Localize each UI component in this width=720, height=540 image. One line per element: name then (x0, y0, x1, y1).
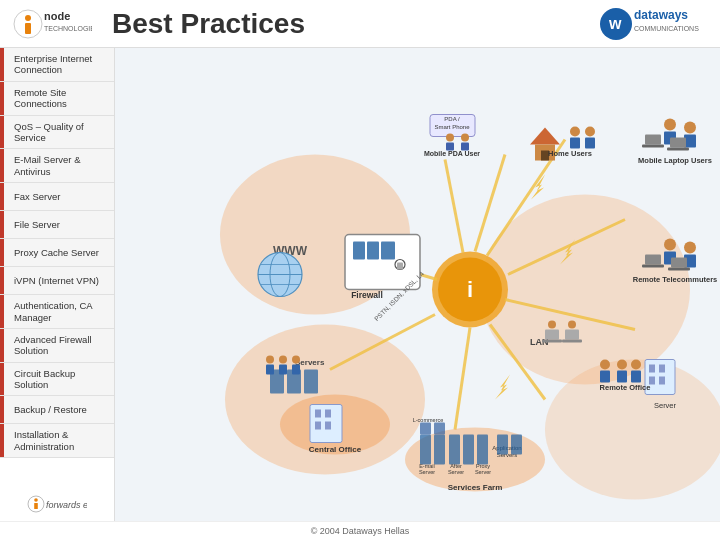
svg-rect-34 (353, 242, 365, 260)
svg-rect-135 (420, 423, 431, 435)
svg-text:forwards evolution: forwards evolution (46, 500, 87, 510)
sidebar-item-enterprise-internet[interactable]: Enterprise Internet Connection (0, 48, 114, 82)
sidebar-item-fax-server[interactable]: Fax Server (0, 183, 114, 211)
header: node TECHNOLOGIES Best Practices w dataw… (0, 0, 720, 48)
page-footer: © 2004 Dataways Hellas (0, 521, 720, 540)
svg-text:PDA /: PDA / (444, 116, 460, 122)
svg-rect-35 (367, 242, 379, 260)
svg-point-52 (461, 134, 469, 142)
sidebar-item-remote-site[interactable]: Remote Site Connections (0, 82, 114, 116)
svg-rect-74 (645, 255, 661, 265)
svg-rect-114 (325, 410, 331, 418)
svg-point-86 (548, 321, 556, 329)
svg-point-67 (684, 122, 696, 134)
svg-rect-36 (381, 242, 395, 260)
svg-rect-78 (671, 258, 687, 268)
sidebar-item-ivpn[interactable]: iVPN (Internet VPN) (0, 267, 114, 295)
sidebar-item-circuit-backup[interactable]: Circuit Backup Solution (0, 363, 114, 397)
svg-text:COMMUNICATIONS: COMMUNICATIONS (634, 25, 699, 32)
svg-line-21 (445, 160, 463, 253)
svg-text:L-commerce: L-commerce (413, 417, 444, 423)
svg-rect-108 (279, 365, 287, 375)
svg-rect-124 (463, 435, 474, 465)
svg-rect-127 (477, 435, 488, 465)
svg-text:Services Farm: Services Farm (448, 483, 503, 492)
network-diagram: i (115, 48, 720, 521)
svg-point-63 (664, 119, 676, 131)
svg-text:Central Office: Central Office (309, 445, 362, 454)
sidebar-inode-logo: forwards evolution (27, 493, 87, 515)
svg-rect-132 (497, 435, 508, 455)
diagram-container: i (115, 48, 720, 521)
svg-rect-61 (585, 138, 595, 149)
sidebar-item-qos[interactable]: QoS – Quality of Service (0, 116, 114, 150)
svg-rect-83 (542, 340, 562, 343)
svg-text:dataways: dataways (634, 8, 688, 22)
svg-point-94 (600, 360, 610, 370)
svg-line-27 (455, 328, 470, 430)
dataways-logo-icon: w dataways COMMUNICATIONS (598, 6, 708, 42)
svg-rect-97 (617, 371, 627, 383)
svg-rect-113 (315, 410, 321, 418)
inode-logo: node TECHNOLOGIES (12, 6, 92, 42)
svg-text:TECHNOLOGIES: TECHNOLOGIES (44, 25, 92, 32)
svg-point-87 (568, 321, 576, 329)
sidebar-item-auth-ca[interactable]: Authentication, CA Manager (0, 295, 114, 329)
svg-rect-75 (642, 265, 664, 268)
svg-point-98 (631, 360, 641, 370)
content-area: i (115, 48, 720, 521)
svg-marker-32 (495, 375, 510, 400)
svg-rect-116 (325, 422, 331, 430)
svg-text:Remote Telecommuters: Remote Telecommuters (633, 275, 717, 284)
svg-text:Home Users: Home Users (548, 149, 592, 158)
inode-logo-icon: node TECHNOLOGIES (12, 6, 92, 42)
svg-rect-82 (545, 330, 559, 340)
svg-rect-69 (670, 138, 686, 148)
svg-point-60 (585, 127, 595, 137)
svg-text:Firewall: Firewall (351, 290, 383, 300)
svg-point-50 (446, 134, 454, 142)
svg-text:i: i (467, 277, 473, 302)
sidebar-item-proxy-cache[interactable]: Proxy Cache Server (0, 239, 114, 267)
sidebar-item-email-server[interactable]: E-Mail Server & Antivirus (0, 149, 114, 183)
svg-text:Server: Server (419, 469, 435, 475)
svg-text:node: node (44, 10, 70, 22)
copyright-text: © 2004 Dataways Hellas (311, 526, 410, 536)
svg-point-58 (570, 127, 580, 137)
svg-rect-85 (562, 340, 582, 343)
svg-rect-136 (434, 423, 445, 435)
svg-text:Server: Server (475, 469, 491, 475)
svg-rect-84 (565, 330, 579, 340)
sidebar-item-backup-restore[interactable]: Backup / Restore (0, 396, 114, 424)
sidebar-item-installation[interactable]: Installation & Administration (0, 424, 114, 458)
sidebar-item-file-server[interactable]: File Server (0, 211, 114, 239)
svg-point-76 (684, 242, 696, 254)
svg-text:Server: Server (654, 401, 677, 410)
svg-rect-106 (266, 365, 274, 375)
svg-rect-89 (649, 365, 655, 373)
sidebar-item-advanced-firewall[interactable]: Advanced Firewall Solution (0, 329, 114, 363)
svg-rect-38 (397, 263, 403, 270)
svg-rect-11 (34, 503, 38, 509)
svg-rect-119 (420, 435, 431, 465)
svg-text:Smart Phone: Smart Phone (434, 124, 470, 130)
svg-rect-66 (642, 145, 664, 148)
svg-point-72 (664, 239, 676, 251)
svg-rect-123 (449, 435, 460, 465)
svg-rect-120 (434, 435, 445, 465)
svg-text:Mobile Laptop Users: Mobile Laptop Users (638, 156, 712, 165)
svg-text:Mobile PDA User: Mobile PDA User (424, 150, 480, 157)
svg-rect-2 (25, 23, 31, 34)
main-container: Enterprise Internet Connection Remote Si… (0, 48, 720, 521)
svg-rect-92 (659, 377, 665, 385)
svg-rect-104 (304, 370, 318, 394)
svg-text:w: w (608, 15, 622, 32)
svg-rect-133 (511, 435, 522, 455)
svg-rect-59 (570, 138, 580, 149)
dataways-logo: w dataways COMMUNICATIONS (598, 6, 708, 42)
svg-marker-55 (530, 128, 560, 145)
svg-point-10 (34, 498, 38, 502)
svg-rect-99 (631, 371, 641, 383)
svg-text:Remote Office: Remote Office (600, 383, 651, 392)
svg-point-1 (25, 15, 31, 21)
